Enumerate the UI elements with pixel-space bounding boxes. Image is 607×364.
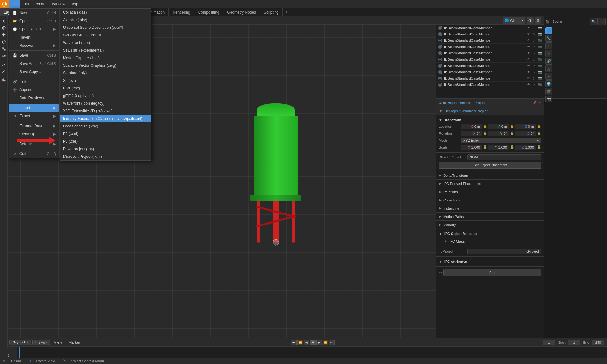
- file-link[interactable]: 🔗 Link...: [9, 77, 59, 86]
- render-icon-8[interactable]: 📷: [537, 76, 542, 81]
- select-icon-2[interactable]: ▷: [532, 38, 537, 43]
- tool-add[interactable]: [1, 77, 7, 83]
- start-frame-input[interactable]: 1: [568, 340, 580, 345]
- tab-compositing[interactable]: Compositing: [194, 8, 224, 16]
- render-icon-1[interactable]: 📷: [537, 32, 542, 37]
- tool-scale[interactable]: [1, 46, 7, 52]
- jump-end-button[interactable]: ⏭: [329, 340, 335, 345]
- motion-paths-section[interactable]: ▶ Motion Paths: [436, 213, 544, 221]
- tool-cursor[interactable]: [1, 25, 7, 31]
- import-svg[interactable]: SVG as Grease Pencil: [60, 31, 151, 39]
- file-recover[interactable]: Recover ▶: [9, 41, 59, 50]
- outliner-item[interactable]: IfcBeamStandardCaseMember 👁 ▷ 📷: [436, 82, 544, 88]
- ifc-project-field-value[interactable]: IfcProject: [467, 249, 541, 254]
- scene-filter-icon[interactable]: ▽: [598, 18, 606, 25]
- collections-section[interactable]: ▶ Collections: [436, 196, 544, 204]
- mode-select[interactable]: XYZ Euler ▾: [461, 138, 541, 143]
- file-export[interactable]: ⬆ Export ▶: [9, 112, 59, 120]
- rotation-z-input[interactable]: Z 0°: [515, 131, 536, 136]
- import-gltf[interactable]: glTF 2.0 (.glb/.gltf): [60, 92, 151, 100]
- outliner-item[interactable]: IfcBeamStandardCaseMember 👁 ▷ 📷: [436, 56, 544, 63]
- import-wavefront-legacy[interactable]: Wavefront (.obj) (legacy): [60, 100, 151, 107]
- view-button[interactable]: 🌐 Global ▾: [503, 17, 525, 24]
- tool-select[interactable]: [1, 18, 7, 24]
- jump-start-button[interactable]: ⏮: [291, 340, 297, 345]
- prop-material-icon[interactable]: ●: [545, 73, 552, 80]
- ifc-attributes-title[interactable]: ▼ IFC Attributes: [439, 258, 541, 265]
- location-z-input[interactable]: Z 0 m: [515, 124, 536, 129]
- tab-geometry-nodes[interactable]: Geometry Nodes: [223, 8, 260, 16]
- outliner-item[interactable]: IfcBeamStandardCaseMember 👁 ▷ 📷: [436, 50, 544, 56]
- import-alembic[interactable]: Alembic (.abc): [60, 16, 151, 24]
- 3d-silo-object[interactable]: [250, 103, 301, 245]
- rotation-x-input[interactable]: X 0°: [461, 131, 482, 136]
- file-save[interactable]: 💾 Save Ctrl S: [9, 51, 59, 59]
- eye-icon-4[interactable]: 👁: [526, 51, 531, 56]
- select-icon-7[interactable]: ▷: [532, 70, 537, 75]
- play-forward-button[interactable]: ▶: [316, 340, 322, 345]
- outliner-item[interactable]: IfcBeamStandardCaseMember 👁 ▷ 📷: [436, 75, 544, 82]
- render-icon-6[interactable]: 📷: [537, 63, 542, 68]
- eye-icon-6[interactable]: 👁: [526, 63, 531, 68]
- tool-annotate[interactable]: [1, 61, 7, 68]
- relations-section[interactable]: ▶ Relations: [436, 188, 544, 196]
- select-icon-1[interactable]: ▷: [532, 32, 537, 37]
- end-frame-input[interactable]: 250: [592, 340, 604, 345]
- ifc-derived-placements-section[interactable]: ▶ IFC Derived Placements: [436, 180, 544, 188]
- visibility-section[interactable]: ▶ Visibility: [436, 221, 544, 229]
- import-svg2[interactable]: Scalable Vector Graphics (.svg): [60, 62, 151, 69]
- rotation-x-lock[interactable]: 🔒: [483, 131, 487, 135]
- location-z-lock[interactable]: 🔒: [537, 124, 541, 128]
- file-quit[interactable]: ✕ Quit Ctrl Q: [9, 150, 59, 158]
- render-icon-9[interactable]: 📷: [537, 82, 542, 87]
- render-icon-7[interactable]: 📷: [537, 70, 542, 75]
- import-stl2[interactable]: Stl (.stl): [60, 77, 151, 84]
- import-cost-schedule[interactable]: Cost Schedule (.csv): [60, 122, 151, 130]
- select-icon-5[interactable]: ▷: [532, 57, 537, 62]
- location-x-input[interactable]: X 0 m: [461, 124, 482, 129]
- select-icon-6[interactable]: ▷: [532, 63, 537, 68]
- file-new[interactable]: 📄 New Ctrl N: [9, 9, 59, 17]
- rotation-y-input[interactable]: Y 0°: [488, 131, 509, 136]
- prop-scene-icon[interactable]: 🎬: [545, 88, 552, 95]
- keying-dropdown[interactable]: Keying ▾: [32, 340, 50, 345]
- playback-dropdown[interactable]: Playback ▾: [9, 340, 31, 345]
- outliner-item[interactable]: IfcBeamStandardCaseMember 👁 ▷ 📷: [436, 44, 544, 50]
- eye-icon-8[interactable]: 👁: [526, 76, 531, 81]
- file-save-as[interactable]: Save As... Shift Ctrl S: [9, 59, 59, 68]
- eye-icon-7[interactable]: 👁: [526, 70, 531, 75]
- import-usd[interactable]: Universal Scene Description (.usd*): [60, 24, 151, 31]
- viewport-shading-button[interactable]: ◑: [527, 17, 534, 24]
- step-back-button[interactable]: ⏪: [297, 340, 303, 345]
- eye-icon-0[interactable]: 👁: [526, 25, 531, 30]
- prop-object-constraint-icon[interactable]: 🔗: [545, 58, 552, 65]
- render-icon-5[interactable]: 📷: [537, 57, 542, 62]
- ifc-tree-path[interactable]: IfcProject/Unnamed Project: [445, 109, 488, 113]
- delta-transform-section[interactable]: ▶ Delta Transform: [436, 171, 544, 180]
- import-ifc[interactable]: Industry Foundation Classes (.ifc/.ifczi…: [60, 115, 151, 122]
- blender-offset-value[interactable]: NONE: [467, 154, 541, 160]
- eye-icon-5[interactable]: 👁: [526, 57, 531, 62]
- play-back-button[interactable]: ◀: [304, 340, 309, 345]
- render-icon-4[interactable]: 📷: [537, 51, 542, 56]
- import-p6-xml[interactable]: P6 (.xml): [60, 130, 151, 138]
- location-x-lock[interactable]: 🔒: [483, 124, 487, 128]
- tool-measure[interactable]: [1, 68, 7, 75]
- menu-help[interactable]: Help: [68, 0, 81, 8]
- outliner-item[interactable]: IfcBeamStandardCaseMember 👁 ▷ 📷: [436, 69, 544, 75]
- select-icon-8[interactable]: ▷: [532, 76, 537, 81]
- rotation-z-lock[interactable]: 🔒: [537, 131, 541, 135]
- import-collada[interactable]: Collada (.dae): [60, 9, 151, 16]
- scene-search-icon[interactable]: 🔍: [590, 18, 598, 25]
- scale-y-lock[interactable]: 🔒: [510, 145, 514, 149]
- outliner-item[interactable]: IfcBeamStandardCaseMember 👁 ▷ 📷: [436, 63, 544, 69]
- ifc-pin-icon[interactable]: 📌: [533, 101, 537, 105]
- ifc-class-section[interactable]: ▼ IFC Class: [439, 237, 541, 245]
- file-import[interactable]: ⬇ Import ▶: [9, 104, 59, 112]
- scale-x-lock[interactable]: 🔒: [483, 145, 487, 149]
- prop-particles-icon[interactable]: ✦: [545, 42, 552, 49]
- import-x3d[interactable]: X3D Extensible 3D (.x3d/.wrl): [60, 107, 151, 115]
- ifc-object-metadata-title[interactable]: ▼ IFC Object Metadata: [439, 230, 541, 237]
- prop-world-icon[interactable]: 🌍: [545, 80, 552, 87]
- add-workspace-button[interactable]: +: [283, 8, 290, 16]
